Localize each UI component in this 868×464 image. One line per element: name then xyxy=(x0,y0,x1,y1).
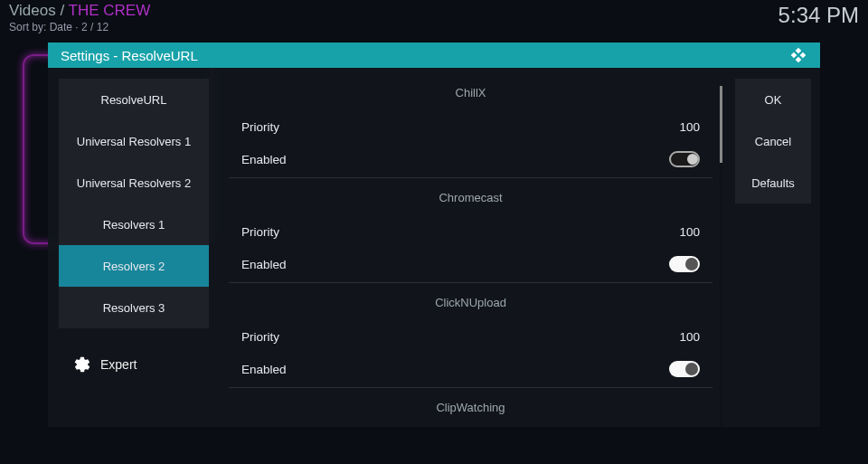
dialog-buttons: OK Cancel Defaults xyxy=(728,68,820,427)
settings-scroll-area[interactable]: ChillX Priority 100 Enabled Chromecast P… xyxy=(218,79,720,427)
scrollbar[interactable] xyxy=(720,86,722,427)
gear-icon xyxy=(73,355,91,374)
cancel-button[interactable]: Cancel xyxy=(735,120,811,162)
sidebar: ResolveURL Universal Resolvers 1 Univers… xyxy=(48,68,218,427)
top-bar: Videos / THE CREW Sort by: Date · 2 / 12… xyxy=(9,0,859,36)
toggle-switch[interactable] xyxy=(669,256,700,272)
breadcrumb: Videos / THE CREW xyxy=(9,0,150,20)
breadcrumb-section: Videos xyxy=(9,2,56,19)
setting-value: 100 xyxy=(679,330,700,344)
setting-row-priority[interactable]: Priority 100 xyxy=(229,215,712,248)
clock: 5:34 PM xyxy=(778,0,859,36)
settings-content: ChillX Priority 100 Enabled Chromecast P… xyxy=(218,68,728,427)
sidebar-item-resolvers-1[interactable]: Resolvers 1 xyxy=(59,204,209,245)
scrollbar-thumb[interactable] xyxy=(720,86,722,163)
settings-level-label: Expert xyxy=(100,357,137,372)
setting-row-priority[interactable]: Priority 100 xyxy=(229,320,712,353)
divider xyxy=(229,282,712,283)
setting-row-priority[interactable]: Priority 100 xyxy=(229,110,712,143)
setting-value: 100 xyxy=(679,225,700,239)
setting-row-enabled[interactable]: Enabled xyxy=(229,353,712,385)
ok-button[interactable]: OK xyxy=(735,79,811,120)
setting-row-enabled[interactable]: Enabled xyxy=(229,248,712,280)
setting-label: Priority xyxy=(241,225,279,239)
sidebar-item-resolvers-2[interactable]: Resolvers 2 xyxy=(59,245,209,287)
defaults-button[interactable]: Defaults xyxy=(735,162,811,204)
group-header-chillx: ChillX xyxy=(229,79,712,110)
sidebar-item-resolvers-3[interactable]: Resolvers 3 xyxy=(59,287,209,328)
breadcrumb-page: THE CREW xyxy=(69,2,151,19)
settings-dialog: Settings - ResolveURL ResolveURL Univers… xyxy=(48,43,820,427)
setting-row-enabled[interactable]: Enabled xyxy=(229,143,712,175)
setting-label: Priority xyxy=(241,330,279,344)
group-header-clipwatching: ClipWatching xyxy=(229,393,712,425)
setting-label: Enabled xyxy=(241,363,287,376)
divider xyxy=(229,177,712,178)
setting-value: 100 xyxy=(679,120,700,134)
group-header-chromecast: Chromecast xyxy=(229,184,712,215)
setting-label: Priority xyxy=(241,120,279,134)
sidebar-item-universal-resolvers-1[interactable]: Universal Resolvers 1 xyxy=(59,120,209,162)
settings-level-button[interactable]: Expert xyxy=(59,328,209,383)
sort-line: Sort by: Date · 2 / 12 xyxy=(9,21,150,33)
group-header-clicknupload: ClickNUpload xyxy=(229,289,712,320)
dialog-header: Settings - ResolveURL xyxy=(48,43,820,68)
setting-label: Enabled xyxy=(241,258,287,271)
sidebar-item-resolveurl[interactable]: ResolveURL xyxy=(59,79,209,120)
setting-label: Enabled xyxy=(241,153,287,166)
toggle-switch[interactable] xyxy=(669,361,700,377)
divider xyxy=(229,387,712,388)
dialog-title: Settings - ResolveURL xyxy=(61,48,198,63)
toggle-switch[interactable] xyxy=(669,151,700,167)
kodi-logo-icon xyxy=(789,46,807,64)
sidebar-item-universal-resolvers-2[interactable]: Universal Resolvers 2 xyxy=(59,162,209,204)
